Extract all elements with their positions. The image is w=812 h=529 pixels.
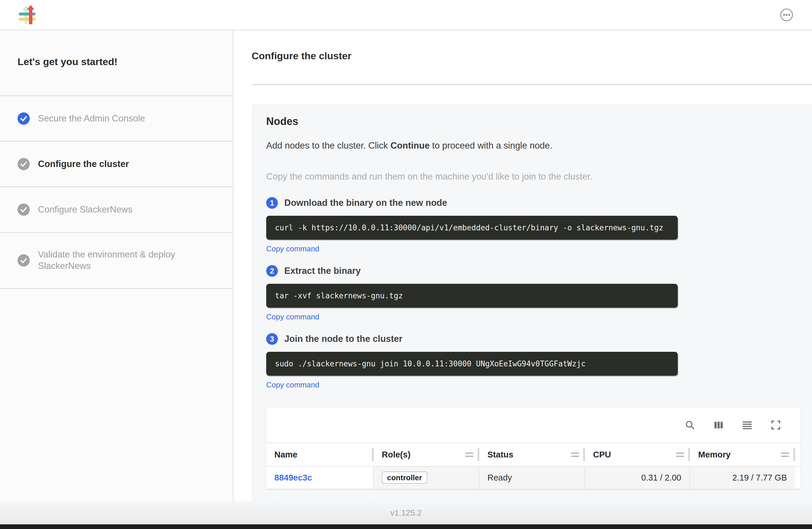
step-3-header: 3 Join the node to the cluster (266, 333, 800, 345)
intro-text: to proceed with a single node. (430, 140, 552, 151)
sidebar-item-label: Configure the cluster (38, 158, 129, 170)
slackernews-logo-icon (18, 5, 37, 25)
footer: v1.125.2 (0, 502, 812, 524)
top-bar (0, 0, 812, 30)
sidebar-item-secure-admin-console[interactable]: Secure the Admin Console (0, 96, 233, 141)
step-2-command-box: tar -xvf slackernews-gnu.tgz (266, 284, 678, 308)
nodes-table-panel: Name Role(s) Status (266, 408, 800, 489)
ellipsis-icon (780, 8, 793, 22)
nodes-intro: Add nodes to the cluster. Click Continue… (266, 140, 800, 151)
column-menu-icon[interactable] (676, 453, 684, 457)
step-1-command: curl -k https://10.0.0.11:30000/api/v1/e… (275, 223, 664, 232)
node-name-link[interactable]: 8849ec3c (274, 473, 312, 483)
nodes-table-toolbar (266, 408, 800, 443)
version-label: v1.125.2 (390, 508, 421, 518)
step-2-header: 2 Extract the binary (266, 265, 800, 277)
page-title: Configure the cluster (251, 50, 812, 61)
memory-value: 2.19 / 7.77 GB (732, 473, 787, 483)
column-header-cpu[interactable]: CPU (585, 443, 690, 466)
copy-commands-hint: Copy the commands and run them on the ma… (266, 171, 800, 182)
column-menu-icon[interactable] (571, 453, 579, 457)
check-circle-pending-icon (17, 158, 30, 170)
column-header-roles[interactable]: Role(s) (374, 443, 479, 466)
cell-node-status: Ready (479, 467, 585, 489)
density-icon[interactable] (741, 419, 753, 431)
column-header-label: Name (274, 450, 298, 459)
step-1-command-box: curl -k https://10.0.0.11:30000/api/v1/e… (266, 216, 678, 240)
check-circle-pending-icon (17, 203, 30, 216)
column-menu-icon[interactable] (465, 453, 474, 457)
column-header-status[interactable]: Status (479, 443, 585, 466)
cell-node-memory: 2.19 / 7.77 GB (690, 467, 795, 489)
step-2-number-badge: 2 (266, 265, 278, 277)
check-circle-pending-icon (17, 254, 30, 267)
table-header-row: Name Role(s) Status (266, 443, 800, 467)
sidebar-item-validate-deploy[interactable]: Validate the environment & deploy Slacke… (0, 233, 233, 288)
sidebar-item-label: Configure SlackerNews (38, 204, 132, 215)
role-badge: controller (382, 471, 427, 484)
column-header-label: Role(s) (382, 450, 410, 459)
step-1-header: 1 Download the binary on the new node (266, 197, 800, 209)
sidebar-item-label: Validate the environment & deploy Slacke… (38, 249, 201, 272)
column-header-memory[interactable]: Memory (690, 443, 795, 466)
step-3-command-box: sudo ./slackernews-gnu join 10.0.0.11:30… (266, 352, 678, 376)
intro-continue-emphasis: Continue (391, 140, 430, 151)
cell-node-roles: controller (374, 467, 479, 489)
nodes-heading: Nodes (266, 115, 800, 128)
search-icon[interactable] (684, 419, 696, 431)
step-1-title: Download the binary on the new node (284, 198, 447, 208)
step-2-command: tar -xvf slackernews-gnu.tgz (275, 291, 403, 300)
column-header-label: CPU (593, 450, 611, 459)
sidebar-item-label: Secure the Admin Console (38, 113, 145, 124)
step-3-command: sudo ./slackernews-gnu join 10.0.0.11:30… (275, 359, 585, 368)
table-row: 8849ec3c controller Ready 0.31 / 2.00 2.… (266, 467, 800, 489)
column-menu-icon[interactable] (781, 453, 789, 457)
cpu-value: 0.31 / 2.00 (641, 473, 681, 483)
check-circle-complete-icon (17, 112, 30, 125)
column-header-label: Memory (698, 450, 730, 459)
main-content: Configure the cluster Nodes Add nodes to… (233, 30, 812, 502)
cell-node-name: 8849ec3c (266, 467, 374, 489)
nodes-card: Nodes Add nodes to the cluster. Click Co… (251, 104, 812, 529)
step-2-title: Extract the binary (284, 266, 361, 276)
intro-text: Add nodes to the cluster. Click (266, 140, 391, 151)
columns-icon[interactable] (713, 419, 724, 431)
step-1-number-badge: 1 (266, 197, 278, 209)
bottom-edge-bar (0, 524, 812, 529)
step-3-title: Join the node to the cluster (284, 334, 403, 344)
divider (251, 84, 812, 85)
column-header-label: Status (488, 450, 513, 459)
divider (0, 288, 233, 289)
column-header-name[interactable]: Name (266, 443, 374, 466)
setup-steps-sidebar: Let's get you started! Secure the Admin … (0, 30, 233, 502)
sidebar-item-configure-slackernews[interactable]: Configure SlackerNews (0, 187, 233, 232)
step-3-number-badge: 3 (266, 333, 278, 345)
cell-node-cpu: 0.31 / 2.00 (585, 467, 690, 489)
sidebar-item-configure-cluster[interactable]: Configure the cluster (0, 142, 233, 187)
sidebar-title: Let's get you started! (0, 30, 233, 96)
more-options-button[interactable] (779, 8, 794, 22)
fullscreen-icon[interactable] (770, 419, 782, 431)
column-resize-handle[interactable] (793, 448, 795, 461)
step-3-copy-command-link[interactable]: Copy command (266, 381, 319, 389)
status-text: Ready (488, 473, 512, 483)
step-1-copy-command-link[interactable]: Copy command (266, 244, 319, 253)
step-2-copy-command-link[interactable]: Copy command (266, 312, 319, 321)
